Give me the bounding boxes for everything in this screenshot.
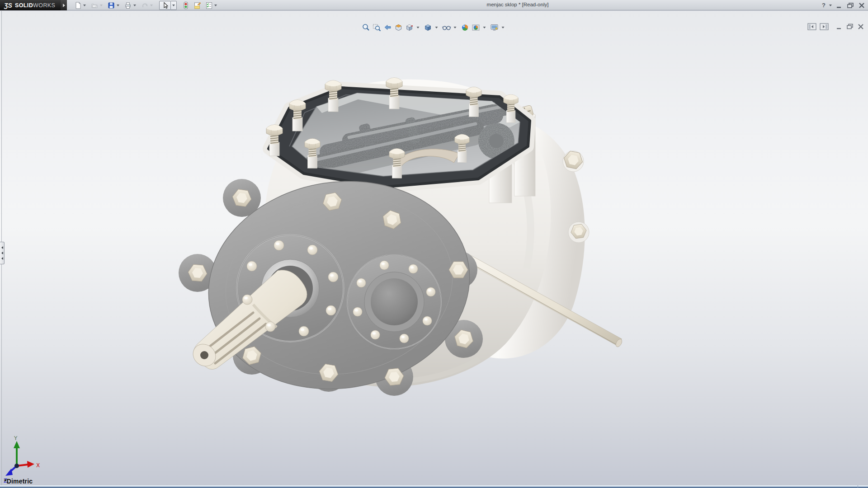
open-button[interactable] bbox=[90, 0, 106, 10]
status-bar bbox=[0, 485, 868, 488]
select-button[interactable] bbox=[159, 0, 177, 10]
window-controls: ? bbox=[822, 0, 865, 10]
apply-scene-icon bbox=[472, 23, 481, 32]
file-properties-icon bbox=[193, 1, 201, 9]
file-properties-button[interactable] bbox=[193, 0, 202, 10]
view-orientation-label: *Dimetric bbox=[4, 478, 33, 485]
edit-appearance-icon bbox=[461, 23, 470, 32]
open-dropdown[interactable] bbox=[100, 5, 103, 6]
splitter-arrow-icon bbox=[1, 252, 3, 254]
display-style-dropdown[interactable] bbox=[435, 27, 438, 28]
view-orientation-button[interactable] bbox=[405, 23, 415, 32]
undo-icon bbox=[141, 1, 149, 9]
open-icon bbox=[90, 1, 99, 9]
previous-view-button[interactable] bbox=[383, 23, 393, 32]
document-window-controls bbox=[807, 23, 864, 30]
help-button[interactable]: ? bbox=[822, 2, 826, 9]
gear-hub[interactable] bbox=[489, 134, 504, 148]
zoom-to-area-icon bbox=[373, 23, 382, 32]
previous-view-icon bbox=[383, 23, 392, 32]
heads-up-toolbar bbox=[361, 23, 507, 32]
save-icon bbox=[107, 1, 115, 9]
options-icon bbox=[205, 1, 213, 9]
section-view-icon bbox=[394, 23, 403, 32]
solidworks-logo: ƷS SOLID WORKS bbox=[0, 0, 61, 10]
save-button[interactable] bbox=[107, 0, 123, 10]
view-settings-icon bbox=[490, 23, 499, 32]
print-icon bbox=[124, 1, 132, 9]
options-button[interactable] bbox=[204, 0, 220, 10]
output-bearing-cover[interactable] bbox=[347, 255, 441, 349]
menu-expand-icon bbox=[63, 4, 65, 7]
select-cursor-icon bbox=[161, 1, 169, 9]
apply-scene-dropdown[interactable] bbox=[483, 27, 486, 28]
triad-y-label: Y bbox=[14, 435, 18, 441]
status-bar-separator bbox=[858, 485, 858, 488]
minimize-button[interactable] bbox=[835, 2, 843, 9]
rebuild-button[interactable] bbox=[181, 0, 190, 10]
close-button[interactable] bbox=[858, 2, 865, 9]
title-bar: ƷS SOLID WORKS bbox=[0, 0, 868, 10]
menu-expand-button[interactable] bbox=[61, 0, 67, 10]
restore-button[interactable] bbox=[846, 2, 854, 9]
zoom-to-fit-icon bbox=[362, 23, 371, 32]
view-settings-dropdown[interactable] bbox=[502, 27, 505, 28]
display-style-icon bbox=[424, 23, 433, 32]
apply-scene-button[interactable] bbox=[471, 23, 481, 32]
select-dropdown[interactable] bbox=[171, 1, 177, 10]
zoom-to-area-button[interactable] bbox=[372, 23, 382, 32]
hide-show-items-dropdown[interactable] bbox=[454, 27, 457, 28]
collapse-pane-button[interactable] bbox=[807, 23, 816, 30]
main-toolbar bbox=[73, 0, 221, 10]
triad-x-label: X bbox=[36, 462, 40, 469]
brand-name-light: WORKS bbox=[33, 2, 55, 9]
brand-glyph: ƷS bbox=[4, 2, 12, 9]
view-settings-button[interactable] bbox=[490, 23, 500, 32]
hide-show-items-button[interactable] bbox=[442, 23, 452, 32]
document-restore-button[interactable] bbox=[846, 23, 854, 30]
new-document-icon bbox=[74, 1, 82, 9]
save-dropdown[interactable] bbox=[117, 5, 119, 6]
print-dropdown[interactable] bbox=[133, 5, 136, 6]
help-dropdown[interactable] bbox=[829, 5, 832, 6]
window-title: menjac sklop * [Read-only] bbox=[434, 2, 601, 7]
view-orientation-dropdown[interactable] bbox=[417, 27, 420, 28]
select-active-frame bbox=[159, 1, 171, 10]
document-close-button[interactable] bbox=[857, 23, 864, 30]
splitter-arrow-icon bbox=[1, 257, 3, 260]
feature-manager-splitter-tab[interactable] bbox=[0, 242, 5, 264]
new-document-dropdown[interactable] bbox=[83, 5, 86, 6]
undo-dropdown[interactable] bbox=[150, 5, 153, 6]
display-style-button[interactable] bbox=[423, 23, 433, 32]
document-minimize-button[interactable] bbox=[835, 23, 843, 30]
graphics-viewport[interactable]: Y X Z bbox=[0, 11, 868, 486]
edit-appearance-button[interactable] bbox=[460, 23, 470, 32]
hide-show-items-icon bbox=[442, 23, 452, 32]
options-dropdown[interactable] bbox=[214, 5, 217, 6]
reference-triad: Y X Z bbox=[4, 435, 40, 484]
section-view-button[interactable] bbox=[394, 23, 404, 32]
print-button[interactable] bbox=[123, 0, 139, 10]
zoom-to-fit-button[interactable] bbox=[361, 23, 371, 32]
brand-name-bold: SOLID bbox=[15, 2, 33, 9]
undo-button[interactable] bbox=[140, 0, 156, 10]
model-viewport[interactable]: Y X Z bbox=[0, 11, 868, 486]
rebuild-traffic-light-icon bbox=[181, 1, 189, 9]
new-document-button[interactable] bbox=[73, 0, 89, 10]
view-orientation-icon bbox=[405, 23, 414, 32]
expand-pane-button[interactable] bbox=[820, 23, 829, 30]
splitter-arrow-icon bbox=[1, 246, 3, 249]
